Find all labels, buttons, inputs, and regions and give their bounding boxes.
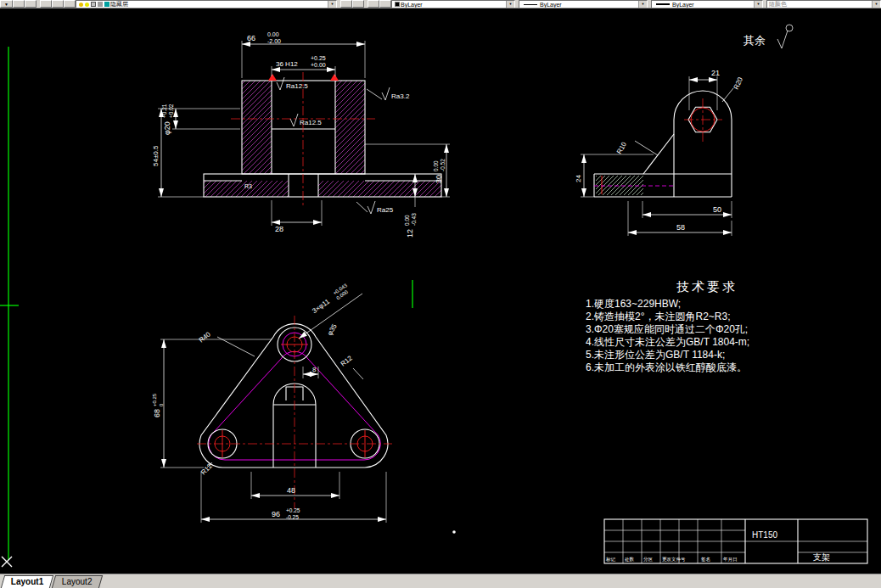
- material-text: HT150: [752, 530, 777, 540]
- layer-plot-icon[interactable]: [98, 2, 103, 7]
- surface-finish-text: Ra12.5: [286, 82, 308, 90]
- title-block-label: 更改文件号: [662, 557, 686, 562]
- front-view: 66 0.00 -2.00 36 H12 +0.25 +0.00 Ra12.5 …: [152, 31, 450, 238]
- title-block-label: 标记: [605, 557, 616, 563]
- properties-painter-icon[interactable]: [368, 0, 379, 8]
- dim-tolerance: 0.00: [404, 215, 410, 226]
- layer-freeze-icon[interactable]: [85, 3, 89, 7]
- tab-layout2[interactable]: Layout2: [52, 575, 103, 588]
- tab-layout1[interactable]: Layout1: [1, 575, 54, 588]
- lineweight-sample-icon: [656, 3, 670, 5]
- title-block: HT150 支架 标记 处数 分区 更改文件号 签名 年月日: [604, 519, 867, 563]
- match-properties-icon[interactable]: [340, 0, 352, 8]
- title-block-label: 年月日: [723, 557, 738, 563]
- dim-tolerance: -0.43: [411, 213, 417, 226]
- surface-finish-text: Ra25: [377, 206, 394, 214]
- tech-requirement-item: 5.未注形位公差为GB/T 1184-k;: [586, 349, 725, 361]
- dim-tolerance: +0.25: [152, 393, 157, 406]
- linetype-sample-icon: [524, 4, 537, 5]
- linetype-control-combo[interactable]: ByLayer ▼: [519, 0, 648, 8]
- layer-states-icon[interactable]: [64, 0, 76, 8]
- layer-combo-arrow[interactable]: ▼: [328, 1, 336, 8]
- current-linetype-name: ByLayer: [540, 2, 562, 8]
- tab-layout2-label: Layout2: [62, 576, 93, 588]
- dim-text: 66: [247, 34, 255, 42]
- dim-text: 68: [153, 409, 161, 417]
- dim-tolerance: -0.52: [440, 159, 446, 171]
- tech-requirements-title: 技术要求: [676, 279, 738, 294]
- layer-translate-icon[interactable]: [352, 0, 364, 8]
- layer-lock-icon[interactable]: [91, 2, 96, 7]
- dim-tolerance: 0.00: [267, 31, 279, 37]
- drawing-canvas[interactable]: 66 0.00 -2.00 36 H12 +0.25 +0.00 Ra12.5 …: [0, 8, 881, 574]
- dim-text: 50: [713, 205, 721, 214]
- layers-icon[interactable]: [40, 0, 52, 8]
- surface-finish-icon: [367, 87, 390, 100]
- tech-requirement-item: 2.铸造抽模2°，未注圆角R2~R3;: [586, 311, 731, 322]
- dim-tolerance: +0.02: [168, 104, 174, 118]
- radius-text: R12: [339, 354, 355, 367]
- layer-on-icon[interactable]: [79, 3, 83, 7]
- plotstyle-control-combo[interactable]: 随颜色 ▼: [766, 0, 881, 8]
- dim-tolerance: 0: [159, 403, 164, 406]
- tab-layout1-label: Layout1: [11, 576, 43, 588]
- layer-color-swatch: [104, 2, 109, 7]
- dim-text: 12: [406, 229, 414, 238]
- dim-text: 96: [272, 510, 280, 518]
- dim-text: 36 H12: [276, 60, 298, 68]
- title-block-label: 处数: [625, 557, 635, 563]
- dim-tolerance: +0.21: [161, 104, 167, 118]
- current-color-name: ByLayer: [401, 2, 423, 8]
- tech-requirement-item: 1.硬度163~229HBW;: [586, 298, 681, 310]
- current-plotstyle-name: 随颜色: [769, 0, 787, 8]
- plotstyle-combo-arrow[interactable]: ▼: [872, 1, 880, 8]
- plan-view: 3×φ11 +0.043 0.000 φ35 R40 R12 R12 8: [152, 283, 456, 534]
- surface-finish-icon: [777, 31, 788, 48]
- stray-point: [452, 530, 456, 534]
- make-object-layer-icon[interactable]: [25, 0, 36, 8]
- dim-tolerance: -0.25: [286, 514, 299, 520]
- dim-text: 3×φ11: [311, 298, 331, 316]
- toolbar-flyout-button[interactable]: ▼: [0, 0, 13, 8]
- layer-previous-icon[interactable]: [52, 0, 64, 8]
- lineweight-combo-arrow[interactable]: ▼: [754, 1, 762, 8]
- lineweight-control-combo[interactable]: ByLayer ▼: [651, 0, 763, 8]
- layout-tab-bar: Layout1 Layout2: [0, 574, 881, 588]
- dim-text: 48: [287, 486, 295, 495]
- general-note: 其余: [744, 25, 793, 48]
- dim-text: 8: [312, 366, 317, 373]
- top-toolbar: ▼ 隐藏层 ▼ ByLayer ▼ ByLayer ▼ ByLayer ▼ 随颜…: [0, 0, 881, 8]
- surface-finish-icon: [356, 201, 375, 214]
- linetype-combo-arrow[interactable]: ▼: [638, 1, 647, 8]
- radius-text: R10: [615, 140, 628, 155]
- dim-tolerance: +0.25: [311, 55, 326, 61]
- layer-walk-icon[interactable]: [379, 0, 391, 8]
- current-color-swatch: [395, 2, 400, 7]
- dim-text: 54±0.5: [152, 145, 160, 166]
- color-combo-arrow[interactable]: ▼: [506, 1, 514, 8]
- drawing-area[interactable]: 66 0.00 -2.00 36 H12 +0.25 +0.00 Ra12.5 …: [0, 8, 881, 574]
- part-name-text: 支架: [813, 552, 830, 562]
- title-block-label: 分区: [643, 557, 654, 562]
- tech-requirements: 技术要求 1.硬度163~229HBW; 2.铸造抽模2°，未注圆角R2~R3;…: [586, 279, 749, 373]
- surface-finish-icon: [786, 25, 793, 31]
- layer-control-combo[interactable]: 隐藏层 ▼: [76, 0, 337, 8]
- color-control-combo[interactable]: ByLayer ▼: [391, 0, 515, 8]
- side-view: 21 R20 R10 24 50 58: [575, 69, 744, 236]
- dim-tolerance: +0.00: [311, 62, 326, 68]
- surface-finish-text: Ra12.5: [300, 119, 322, 126]
- datum-mark-icon: [268, 74, 277, 81]
- datum-mark-icon: [330, 74, 339, 81]
- title-block-label: 签名: [701, 557, 710, 563]
- tech-requirement-item: 4.线性尺寸未注公差为GB/T 1804-m;: [586, 336, 749, 348]
- layer-properties-icon[interactable]: [13, 0, 25, 8]
- surface-finish-text: Ra3.2: [391, 92, 410, 100]
- radius-text: R40: [198, 330, 213, 344]
- surface-finish-icon: [277, 77, 284, 90]
- radius-text: R3: [244, 183, 252, 189]
- surface-finish-icon: [290, 114, 298, 126]
- current-layer-name: 隐藏层: [110, 0, 128, 8]
- dim-text: 58: [676, 223, 685, 232]
- ucs-icon: [2, 557, 12, 567]
- dim-text: 30: [435, 175, 443, 183]
